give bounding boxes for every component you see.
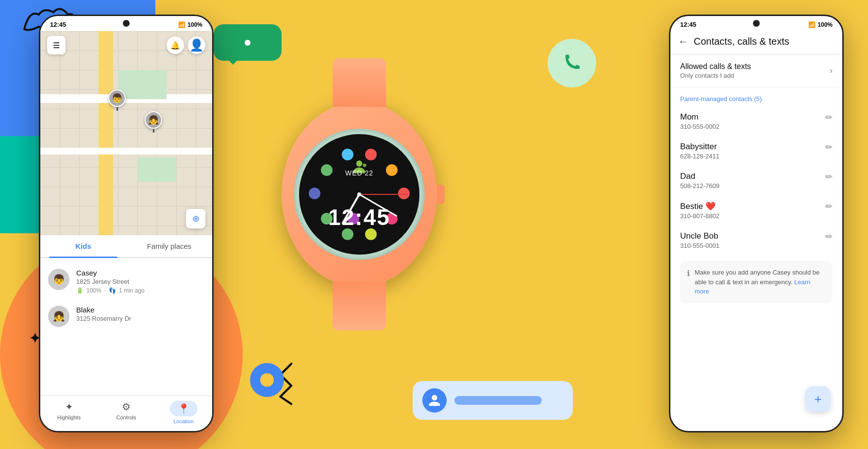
person-info-blake: Blake 3125 Rosemarry Dr: [76, 306, 204, 322]
svg-point-4: [363, 164, 366, 167]
edit-icon-babysitter[interactable]: ✏: [825, 142, 833, 153]
controls-label: Controls: [117, 414, 136, 420]
person-info-casey: Casey 1825 Jersey Street 🔋 100% · 👣 1 mi…: [76, 269, 204, 294]
contact-info-uncle-bob: Uncle Bob 310-555-0001: [680, 231, 719, 249]
contact-info-dad: Dad 508-212-7609: [680, 172, 719, 190]
contact-name-mom: Mom: [680, 112, 719, 122]
battery-icon: 100%: [187, 21, 202, 28]
add-contact-fab[interactable]: +: [805, 386, 831, 412]
contact-row-babysitter[interactable]: Babysitter 628-128-2411 ✏: [670, 136, 842, 166]
contact-row-mom[interactable]: Mom 310-555-0002 ✏: [670, 106, 842, 136]
person-name-blake: Blake: [76, 306, 204, 314]
battery-pct-casey: 100%: [86, 287, 101, 294]
list-item[interactable]: 👧 Blake 3125 Rosemarry Dr: [40, 300, 212, 333]
person-name-casey: Casey: [76, 269, 204, 277]
watch-band-bottom: [333, 282, 386, 330]
phone-icon-decoration: [548, 39, 596, 87]
right-phone-content: 12:45 📶 100% ← Contacts, calls & texts A…: [670, 16, 842, 431]
info-box: ℹ Make sure you add anyone Casey should …: [680, 261, 833, 303]
contact-phone-dad: 508-212-7609: [680, 182, 719, 190]
user-avatar: 👤: [189, 38, 204, 52]
menu-icon: ☰: [53, 41, 60, 50]
map-menu-button[interactable]: ☰: [47, 36, 66, 54]
person-avatar-casey: 👦: [48, 269, 69, 290]
edit-icon-bestie[interactable]: ✏: [825, 201, 833, 212]
left-phone: 12:45 📶 100% ☰ 🔔 👤: [39, 15, 214, 432]
nav-item-location[interactable]: 📍 Location: [155, 401, 212, 424]
contact-name-babysitter: Babysitter: [680, 142, 719, 152]
right-phone: 12:45 📶 100% ← Contacts, calls & texts A…: [669, 15, 844, 432]
person-avatar-blake: 👧: [48, 306, 69, 327]
contact-name-uncle-bob: Uncle Bob: [680, 231, 719, 241]
tab-kids[interactable]: Kids: [40, 235, 126, 257]
watch-dot-red-r: [398, 188, 410, 199]
contact-row-dad[interactable]: Dad 508-212-7609 ✏: [670, 166, 842, 195]
plus-icon: +: [814, 392, 821, 407]
allowed-subtitle: Only contacts I add: [680, 72, 751, 79]
edit-icon-dad[interactable]: ✏: [825, 172, 833, 182]
contact-phone-bestie: 310-807-8802: [680, 212, 719, 220]
watch-crown-button[interactable]: [437, 185, 445, 204]
pin-tail-1: [117, 107, 118, 111]
watch-clock-center: [357, 192, 361, 196]
managed-contacts-label: Parent-managed contacts (5): [670, 87, 842, 106]
back-button[interactable]: ←: [678, 36, 688, 47]
location-label: Location: [173, 418, 194, 424]
svg-point-3: [356, 160, 363, 167]
watch-body: WED 22 12:45: [282, 102, 437, 287]
smartwatch: WED 22 12:45: [243, 49, 476, 340]
map-grid: [40, 31, 212, 235]
wifi-icon: 📶: [178, 21, 185, 28]
map-pin-person1: 👦: [108, 89, 126, 111]
person-tabs: Kids Family places: [40, 235, 212, 258]
contacts-section: Parent-managed contacts (5) Mom 310-555-…: [670, 87, 842, 431]
map-avatar-blake: 👧: [145, 111, 162, 129]
contact-info-babysitter: Babysitter 628-128-2411: [680, 142, 719, 160]
edit-icon-mom[interactable]: ✏: [825, 112, 833, 123]
contact-row-bestie[interactable]: Bestie ❤️ 310-807-8802 ✏: [670, 195, 842, 225]
left-camera-notch: [123, 20, 130, 27]
watch-band-top: [333, 58, 386, 107]
highlights-icon: ✦: [65, 401, 73, 413]
map-pin-person2: 👧: [145, 111, 162, 133]
contact-name-bestie: Bestie ❤️: [680, 201, 719, 211]
battery-casey: 🔋: [76, 287, 83, 294]
contact-phone-babysitter: 628-128-2411: [680, 153, 719, 160]
map-right-buttons: 🔔 👤: [167, 36, 205, 54]
contact-preview-avatar: [422, 388, 447, 413]
watch-dot-blue: [309, 188, 320, 199]
contact-row-uncle-bob[interactable]: Uncle Bob 310-555-0001 ✏: [670, 225, 842, 255]
contact-phone-uncle-bob: 310-555-0001: [680, 242, 719, 249]
contact-info-mom: Mom 310-555-0002: [680, 112, 719, 130]
map-view: ☰ 🔔 👤 👦 👧 ⊕: [40, 31, 212, 235]
watch-time-display: 12:45: [328, 204, 390, 230]
right-wifi-icon: 📶: [808, 21, 816, 28]
location-icon: 📍: [178, 403, 190, 414]
watch-dot-green-tl: [321, 164, 333, 176]
nav-item-controls[interactable]: ⚙ Controls: [98, 401, 155, 424]
my-location-button[interactable]: ⊕: [186, 209, 205, 228]
nav-item-highlights[interactable]: ✦ Highlights: [40, 401, 98, 424]
chevron-right-icon: ›: [830, 66, 833, 76]
notification-button[interactable]: 🔔: [167, 36, 184, 54]
location-icon-bg: 📍: [170, 401, 198, 416]
info-text: Make sure you add anyone Casey should be…: [695, 268, 826, 296]
contact-preview-bar: [454, 396, 542, 405]
edit-icon-uncle-bob[interactable]: ✏: [825, 231, 833, 242]
contact-name-dad: Dad: [680, 172, 719, 181]
bottom-navigation: ✦ Highlights ⚙ Controls 📍 Location: [40, 396, 212, 431]
right-phone-header: ← Contacts, calls & texts: [670, 31, 842, 54]
user-avatar-button[interactable]: 👤: [188, 36, 205, 54]
contact-info-bestie: Bestie ❤️ 310-807-8802: [680, 201, 719, 220]
road-vertical: [99, 31, 113, 235]
allowed-title: Allowed calls & texts: [680, 62, 751, 71]
person-meta-casey: 🔋 100% · 👣 1 min ago: [76, 287, 204, 294]
tab-family-places[interactable]: Family places: [126, 235, 212, 257]
map-avatar-casey: 👦: [108, 89, 126, 107]
list-item[interactable]: 👦 Casey 1825 Jersey Street 🔋 100% · 👣 1 …: [40, 263, 212, 300]
allowed-calls-row[interactable]: Allowed calls & texts Only contacts I ad…: [670, 54, 842, 87]
location-pin-decoration: [248, 362, 286, 410]
watch-second-hand: [359, 194, 408, 195]
right-time: 12:45: [680, 21, 696, 28]
person-address-blake: 3125 Rosemarry Dr: [76, 315, 204, 322]
